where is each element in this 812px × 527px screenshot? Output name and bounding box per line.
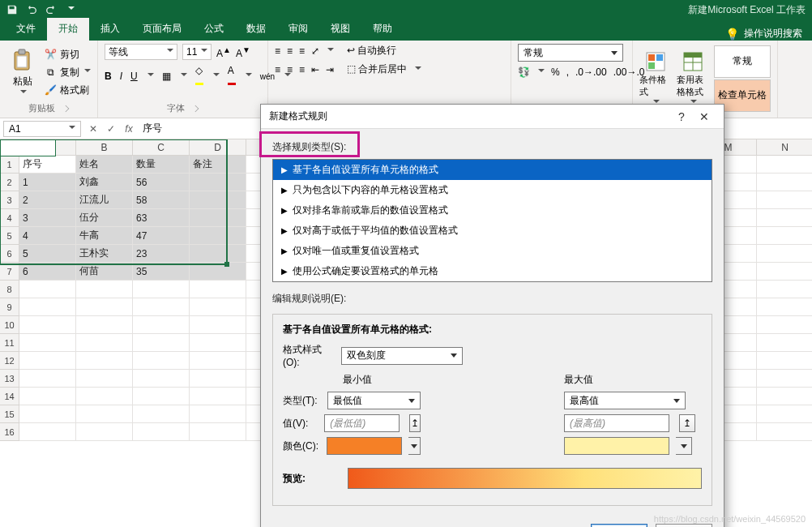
copy-button[interactable]: ⧉复制 (44, 64, 91, 80)
cell[interactable] (757, 370, 812, 388)
color-max-swatch[interactable] (564, 437, 669, 455)
cell[interactable] (133, 281, 190, 298)
row-head-12[interactable]: 12 (0, 352, 19, 370)
align-left-icon[interactable]: ≡ (275, 64, 280, 75)
tell-me-label[interactable]: 操作说明搜索 (744, 27, 802, 41)
fill-color-button[interactable]: ◇ (195, 65, 203, 88)
cell[interactable] (190, 298, 246, 316)
cell[interactable]: 刘鑫 (76, 174, 133, 191)
cell[interactable]: 何苗 (76, 263, 133, 281)
cut-button[interactable]: ✂️剪切 (44, 46, 91, 62)
qat-customize-icon[interactable] (65, 4, 76, 15)
cell[interactable] (190, 370, 246, 388)
cell[interactable] (19, 405, 76, 423)
underline-button[interactable]: U (130, 71, 138, 82)
cell[interactable] (757, 227, 812, 245)
row-head-7[interactable]: 7 (0, 263, 19, 281)
cell[interactable] (190, 174, 246, 191)
wrap-text-button[interactable]: ↩ 自动换行 (347, 44, 396, 58)
cell[interactable] (133, 370, 190, 388)
cell[interactable]: 47 (133, 227, 190, 245)
fx-icon[interactable]: fx (120, 121, 138, 137)
cell[interactable] (757, 334, 812, 352)
clipboard-launcher-icon[interactable] (62, 105, 68, 111)
cell[interactable] (76, 423, 133, 441)
fb-enter-icon[interactable]: ✓ (102, 121, 120, 137)
cell[interactable] (76, 388, 133, 405)
cell[interactable] (190, 191, 246, 209)
cell[interactable] (190, 227, 246, 245)
color-min-dd-icon[interactable] (408, 437, 421, 455)
row-head-4[interactable]: 4 (0, 209, 19, 227)
ok-button[interactable]: 确定 (591, 524, 647, 527)
rule-type-item[interactable]: ▶基于各自值设置所有单元格的格式 (273, 160, 712, 180)
cell[interactable] (757, 423, 812, 441)
cell[interactable] (757, 405, 812, 423)
help-icon[interactable]: ? (670, 108, 693, 126)
cell[interactable] (757, 388, 812, 405)
align-top-icon[interactable]: ≡ (275, 45, 280, 57)
cell[interactable] (190, 245, 246, 263)
row-head-6[interactable]: 6 (0, 245, 19, 263)
cell[interactable] (76, 334, 133, 352)
cell[interactable]: 4 (19, 227, 76, 245)
cell[interactable] (19, 370, 76, 388)
color-max-dd-icon[interactable] (676, 437, 692, 455)
cell[interactable] (19, 388, 76, 405)
cell[interactable]: 63 (133, 209, 190, 227)
value-max-input[interactable]: (最高值) (564, 414, 669, 432)
accounting-format-icon[interactable]: 💱 (518, 66, 530, 78)
cell[interactable] (757, 281, 812, 298)
cell[interactable]: 序号 (19, 156, 76, 174)
tab-insert[interactable]: 插入 (89, 18, 131, 41)
cell[interactable] (757, 191, 812, 209)
cell[interactable] (190, 263, 246, 281)
col-head-B[interactable]: B (76, 139, 133, 156)
value-min-input[interactable]: (最低值) (324, 414, 400, 432)
cell[interactable] (19, 316, 76, 334)
cell[interactable] (190, 316, 246, 334)
cell[interactable]: 牛高 (76, 227, 133, 245)
value-min-picker-icon[interactable]: ↥ (409, 414, 421, 432)
cell[interactable]: 姓名 (76, 156, 133, 174)
tab-file[interactable]: 文件 (5, 18, 47, 41)
font-size-combo[interactable]: 11 (182, 44, 212, 60)
increase-indent-icon[interactable]: ⇥ (326, 64, 334, 75)
cell[interactable] (757, 209, 812, 227)
align-right-icon[interactable]: ≡ (299, 64, 305, 75)
cell[interactable]: 5 (19, 245, 76, 263)
cell[interactable] (757, 316, 812, 334)
cell-style-normal[interactable]: 常规 (714, 45, 771, 78)
cell[interactable] (190, 423, 246, 441)
number-format-combo[interactable]: 常规 (518, 44, 623, 62)
increase-font-icon[interactable]: A▲ (216, 45, 231, 59)
align-bottom-icon[interactable]: ≡ (299, 45, 305, 57)
row-head-9[interactable]: 9 (0, 298, 19, 316)
cell[interactable]: 伍分 (76, 209, 133, 227)
rule-type-item[interactable]: ▶只为包含以下内容的单元格设置格式 (273, 180, 712, 200)
tab-page-layout[interactable]: 页面布局 (131, 18, 193, 41)
cell[interactable]: 1 (19, 174, 76, 191)
format-as-table-button[interactable]: 套用表格格式 (677, 44, 709, 113)
save-icon[interactable] (6, 4, 18, 15)
cell[interactable] (19, 281, 76, 298)
cell[interactable] (133, 352, 190, 370)
fb-cancel-icon[interactable]: ✕ (84, 121, 102, 137)
rule-type-item[interactable]: ▶使用公式确定要设置格式的单元格 (273, 261, 712, 281)
cell[interactable] (190, 405, 246, 423)
row-head-11[interactable]: 11 (0, 334, 19, 352)
cell[interactable] (757, 352, 812, 370)
value-max-picker-icon[interactable]: ↥ (679, 414, 695, 432)
cell[interactable] (757, 174, 812, 191)
rule-type-item[interactable]: ▶仅对排名靠前或靠后的数值设置格式 (273, 200, 712, 221)
tab-home[interactable]: 开始 (47, 18, 89, 41)
cell[interactable]: 6 (19, 263, 76, 281)
row-head-10[interactable]: 10 (0, 316, 19, 334)
cell[interactable] (76, 370, 133, 388)
percent-format-icon[interactable]: % (551, 66, 560, 78)
font-color-button[interactable]: A (228, 65, 236, 88)
increase-decimal-icon[interactable]: .0→.00 (575, 66, 607, 78)
rule-type-item[interactable]: ▶仅对唯一值或重复值设置格式 (273, 241, 712, 261)
orientation-icon[interactable]: ⤢ (311, 45, 319, 57)
cell[interactable] (76, 352, 133, 370)
